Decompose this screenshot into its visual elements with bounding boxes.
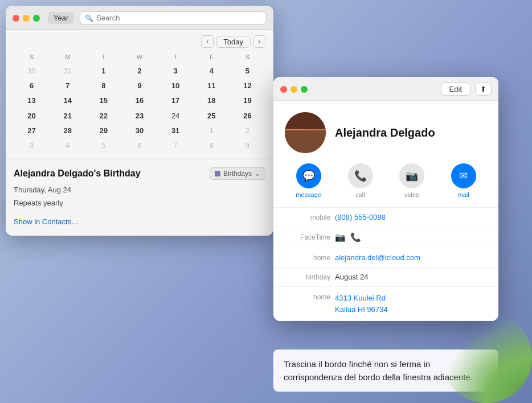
- day-header-thu: T: [158, 52, 194, 61]
- day-header-mon: M: [50, 52, 85, 61]
- cal-cell[interactable]: 2: [121, 64, 157, 79]
- calendar-week-4: 20 21 22 23 24 25 26: [14, 109, 265, 124]
- share-button[interactable]: ⬆: [475, 83, 492, 96]
- mail-action[interactable]: ✉ mail: [451, 163, 476, 198]
- contact-traffic-lights: [280, 86, 308, 93]
- cal-cell[interactable]: 22: [85, 109, 121, 124]
- cal-cell[interactable]: 6: [121, 138, 157, 153]
- day-header-sun: S: [14, 52, 50, 61]
- show-contacts-link[interactable]: Show in Contacts…: [14, 217, 79, 226]
- cal-cell[interactable]: 31: [50, 64, 85, 79]
- day-header-wed: W: [121, 52, 157, 61]
- cal-cell[interactable]: 23: [121, 109, 157, 124]
- edit-button[interactable]: Edit: [441, 83, 470, 96]
- contact-fields: mobile (808) 555-0098 FaceTime 📷 📞 home …: [273, 208, 498, 321]
- contact-name: Alejandra Delgado: [335, 126, 435, 139]
- facetime-icons: 📷 📞: [335, 232, 487, 242]
- message-label: message: [296, 191, 321, 198]
- cal-cell[interactable]: 8: [85, 79, 121, 93]
- avatar: [285, 112, 326, 153]
- email-value[interactable]: alejandra.del@icloud.com: [335, 253, 487, 262]
- contact-profile: Alejandra Delgado: [273, 101, 498, 161]
- cal-cell[interactable]: 9: [121, 79, 157, 93]
- cal-cell[interactable]: 4: [194, 64, 230, 79]
- contact-actions: 💬 message 📞 call 📷 video ✉ mail: [273, 161, 498, 208]
- cal-cell[interactable]: 25: [194, 109, 230, 124]
- cal-cell[interactable]: 3: [158, 64, 194, 79]
- cal-cell[interactable]: 2: [230, 124, 265, 138]
- cal-cell[interactable]: 17: [158, 93, 194, 108]
- contact-titlebar: Edit ⬆: [273, 77, 498, 101]
- address-value[interactable]: 4313 Kuulei RdKailua HI 96734: [335, 293, 487, 315]
- contact-minimize-button[interactable]: [290, 86, 297, 93]
- today-cell[interactable]: 24: [158, 109, 194, 124]
- prev-month-button[interactable]: ‹: [201, 35, 214, 48]
- day-header-tue: T: [85, 52, 121, 61]
- cal-cell[interactable]: 30: [121, 124, 157, 138]
- avatar-face-detail: [285, 130, 326, 153]
- search-input[interactable]: [96, 14, 261, 22]
- cal-cell[interactable]: 30: [14, 64, 50, 79]
- call-icon-circle: 📞: [348, 163, 373, 188]
- year-button[interactable]: Year: [48, 12, 74, 24]
- cal-cell[interactable]: 10: [158, 79, 194, 93]
- home-address-label: home: [285, 293, 330, 301]
- cal-cell[interactable]: 3: [14, 138, 50, 153]
- cal-cell[interactable]: 5: [230, 64, 265, 79]
- facetime-phone-icon[interactable]: 📞: [350, 232, 361, 242]
- contact-fullscreen-button[interactable]: [301, 86, 308, 93]
- cal-cell[interactable]: 20: [14, 109, 50, 124]
- facetime-label: FaceTime: [285, 233, 330, 241]
- cal-cell[interactable]: 7: [50, 79, 85, 93]
- mail-icon-circle: ✉: [451, 163, 476, 188]
- cal-cell[interactable]: 14: [50, 93, 85, 108]
- call-action[interactable]: 📞 call: [348, 163, 373, 198]
- today-button[interactable]: Today: [216, 36, 251, 48]
- cal-cell[interactable]: 16: [121, 93, 157, 108]
- cal-cell[interactable]: 21: [50, 109, 85, 124]
- cal-cell[interactable]: 15: [85, 93, 121, 108]
- cal-cell[interactable]: 1: [85, 64, 121, 79]
- chevron-down-icon: ⌄: [255, 170, 260, 178]
- close-button[interactable]: [13, 15, 19, 22]
- birthday-field-row: birthday August 24: [273, 268, 498, 287]
- facetime-field-row: FaceTime 📷 📞: [273, 227, 498, 248]
- message-action[interactable]: 💬 message: [296, 163, 321, 198]
- cal-cell[interactable]: 11: [194, 79, 230, 93]
- cal-cell[interactable]: 9: [230, 138, 265, 153]
- cal-cell[interactable]: 6: [14, 79, 50, 93]
- cal-cell[interactable]: 26: [230, 109, 265, 124]
- cal-cell[interactable]: 7: [158, 138, 194, 153]
- cal-cell[interactable]: 28: [50, 124, 85, 138]
- search-icon: 🔍: [85, 14, 93, 22]
- next-month-button[interactable]: ›: [253, 35, 265, 48]
- mobile-value[interactable]: (808) 555-0098: [335, 213, 487, 221]
- cal-cell[interactable]: 8: [194, 138, 230, 153]
- address-field-row: home 4313 Kuulei RdKailua HI 96734: [273, 287, 498, 321]
- cal-cell[interactable]: 19: [230, 93, 265, 108]
- nav-row: ‹ Today ›: [14, 35, 265, 48]
- cal-cell[interactable]: 5: [85, 138, 121, 153]
- birthdays-badge[interactable]: Birthdays ⌄: [210, 167, 265, 180]
- calendar-week-5: 27 28 29 30 31 1 2: [14, 124, 265, 138]
- caption-text: Trascina il bordo finché non si ferma in…: [284, 357, 488, 384]
- day-header-sat: S: [230, 52, 265, 61]
- cal-cell[interactable]: 27: [14, 124, 50, 138]
- video-action[interactable]: 📷 video: [399, 163, 424, 198]
- cal-cell[interactable]: 29: [85, 124, 121, 138]
- calendar-header-row: S M T W T F S: [14, 52, 265, 61]
- caption-box: Trascina il bordo finché non si ferma in…: [273, 349, 498, 392]
- contact-close-button[interactable]: [280, 86, 287, 93]
- cal-cell[interactable]: 4: [50, 138, 85, 153]
- fullscreen-button[interactable]: [33, 15, 40, 22]
- facetime-video-icon[interactable]: 📷: [335, 232, 346, 242]
- cal-cell[interactable]: 18: [194, 93, 230, 108]
- cal-cell[interactable]: 12: [230, 79, 265, 93]
- calendar-week-2: 6 7 8 9 10 11 12: [14, 79, 265, 93]
- cal-cell[interactable]: 13: [14, 93, 50, 108]
- cal-cell[interactable]: 31: [158, 124, 194, 138]
- mail-label: mail: [458, 191, 469, 198]
- message-icon-circle: 💬: [296, 163, 321, 188]
- cal-cell[interactable]: 1: [194, 124, 230, 138]
- minimize-button[interactable]: [23, 15, 30, 22]
